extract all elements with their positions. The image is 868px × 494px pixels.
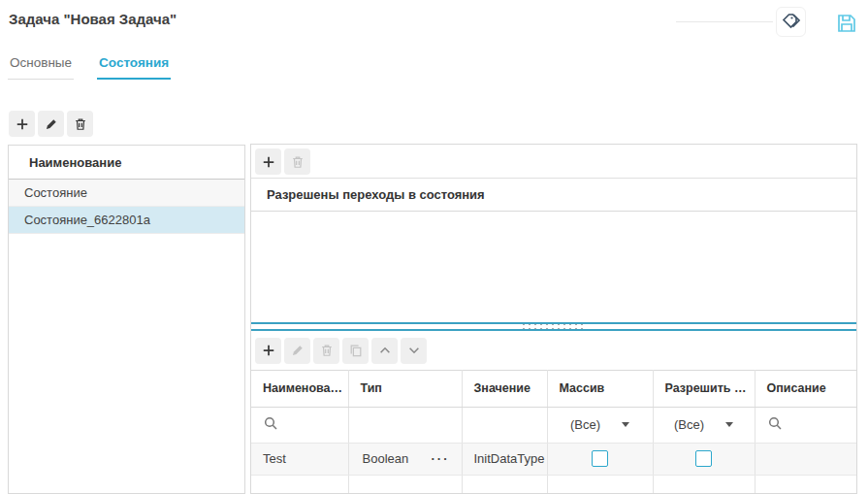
param-array-cell bbox=[547, 443, 653, 475]
tags-button[interactable] bbox=[776, 7, 806, 37]
param-type-value: Boolean bbox=[363, 451, 409, 466]
param-name-cell: Test bbox=[251, 443, 348, 475]
filter-allow-value: (Все) bbox=[674, 417, 704, 432]
pencil-icon bbox=[45, 117, 58, 131]
save-button[interactable] bbox=[835, 12, 858, 35]
transitions-grid-header: Разрешены переходы в состояния bbox=[251, 178, 856, 212]
tags-icon bbox=[781, 12, 802, 33]
save-icon bbox=[836, 13, 857, 34]
filter-allow-select[interactable]: (Все) bbox=[653, 407, 755, 443]
empty-row bbox=[251, 475, 856, 493]
header-field-underline bbox=[676, 21, 773, 22]
column-header-description[interactable]: Описание bbox=[755, 370, 856, 407]
add-param-button[interactable] bbox=[255, 338, 281, 364]
tab-bar: Основные Состояния bbox=[8, 50, 194, 80]
filter-name-input[interactable] bbox=[251, 407, 348, 443]
array-checkbox[interactable] bbox=[592, 450, 608, 467]
param-allow-cell bbox=[653, 443, 755, 475]
chevron-down-icon bbox=[725, 422, 733, 427]
column-header-value[interactable]: Значение bbox=[462, 370, 547, 407]
plus-icon bbox=[262, 155, 275, 169]
param-type-cell: Boolean ··· bbox=[348, 443, 462, 475]
params-filter-row: (Все) (Все) bbox=[251, 407, 856, 443]
param-value-cell: InitDataType bbox=[462, 443, 547, 475]
search-icon bbox=[767, 415, 783, 431]
filter-array-value: (Все) bbox=[570, 417, 600, 432]
column-header-name[interactable]: Наименова… bbox=[251, 370, 348, 407]
filter-value-cell[interactable] bbox=[462, 407, 547, 443]
tab-states[interactable]: Состояния bbox=[97, 50, 171, 80]
move-up-button[interactable] bbox=[371, 338, 398, 364]
delete-transition-button[interactable] bbox=[284, 148, 310, 175]
move-down-button[interactable] bbox=[401, 338, 427, 364]
chevron-down-icon bbox=[407, 344, 421, 357]
type-ellipsis-button[interactable]: ··· bbox=[432, 451, 450, 466]
trash-icon bbox=[291, 155, 305, 169]
panel-splitter[interactable] bbox=[251, 322, 856, 331]
add-transition-button[interactable] bbox=[255, 148, 281, 175]
plus-icon bbox=[262, 344, 275, 357]
tab-main[interactable]: Основные bbox=[8, 50, 74, 80]
param-row[interactable]: Test Boolean ··· InitDataType bbox=[251, 443, 856, 475]
copy-icon bbox=[349, 344, 363, 357]
chevron-down-icon bbox=[622, 422, 629, 427]
transitions-grid-body bbox=[251, 212, 856, 322]
state-details-panel: Разрешены переходы в состояния bbox=[250, 144, 857, 494]
chevron-up-icon bbox=[378, 344, 392, 357]
filter-type-cell[interactable] bbox=[348, 407, 462, 443]
states-grid: Наименование Состояние Состояние_6622801… bbox=[8, 145, 245, 494]
delete-param-button[interactable] bbox=[313, 338, 339, 364]
states-grid-header[interactable]: Наименование bbox=[9, 146, 244, 180]
states-toolbar bbox=[9, 111, 93, 137]
state-row[interactable]: Состояние bbox=[9, 180, 244, 207]
pencil-icon bbox=[291, 344, 305, 357]
state-row-selected[interactable]: Состояние_6622801a bbox=[9, 207, 244, 234]
column-header-type[interactable]: Тип bbox=[348, 370, 462, 407]
edit-state-button[interactable] bbox=[38, 111, 64, 137]
filter-array-select[interactable]: (Все) bbox=[547, 407, 653, 443]
search-icon bbox=[263, 415, 278, 431]
page-title: Задача "Новая Задача" bbox=[9, 11, 177, 27]
splitter-handle-icon bbox=[523, 324, 585, 329]
trash-icon bbox=[74, 117, 87, 131]
edit-param-button[interactable] bbox=[284, 338, 310, 364]
plus-icon bbox=[16, 117, 29, 131]
trash-icon bbox=[320, 344, 334, 357]
add-state-button[interactable] bbox=[9, 111, 35, 137]
copy-param-button[interactable] bbox=[342, 338, 369, 364]
params-toolbar bbox=[251, 331, 856, 370]
params-header-row: Наименова… Тип Значение Массив Разрешить… bbox=[251, 370, 856, 407]
task-editor-page: Задача "Новая Задача" Основные Состояния bbox=[0, 0, 868, 494]
allow-checkbox[interactable] bbox=[695, 450, 712, 467]
transitions-toolbar bbox=[251, 145, 856, 178]
params-grid: Наименова… Тип Значение Массив Разрешить… bbox=[251, 370, 856, 494]
column-header-allow[interactable]: Разрешить … bbox=[653, 370, 755, 407]
param-description-cell bbox=[755, 443, 856, 475]
column-header-array[interactable]: Массив bbox=[547, 370, 653, 407]
filter-description-input[interactable] bbox=[755, 407, 856, 443]
delete-state-button[interactable] bbox=[67, 111, 93, 137]
